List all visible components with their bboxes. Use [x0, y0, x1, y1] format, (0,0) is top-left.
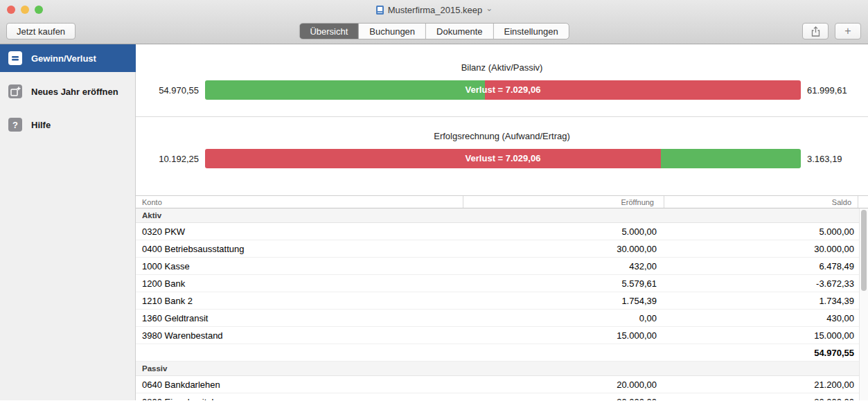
section-header-aktiv: Aktiv: [136, 208, 859, 223]
saldo-cell: 30.000,00: [664, 240, 859, 257]
add-button[interactable]: +: [835, 23, 861, 39]
share-icon: [811, 26, 820, 37]
table-row[interactable]: 0800 Eigenkapital30.000,0030.000,00: [136, 393, 859, 400]
table-row[interactable]: 0400 Betriebsausstattung30.000,0030.000,…: [136, 240, 859, 258]
chart-bar-row: 10.192,25 Verlust = 7.029,06 3.163,19: [136, 149, 868, 168]
tab-dokumente[interactable]: Dokumente: [426, 24, 493, 39]
window-title: Musterfirma_2015.keep: [388, 5, 483, 15]
sidebar-item-hilfe[interactable]: ?Hilfe: [0, 111, 135, 139]
chart-bilanz: Bilanz (Aktiv/Passiv) 54.970,55 Verlust …: [136, 62, 868, 100]
eroeffnung-cell: [463, 344, 664, 361]
eroeffnung-cell: 432,00: [463, 258, 664, 274]
table-header: Konto Eröffnung Saldo: [136, 195, 868, 208]
window-chrome: Musterfirma_2015.keep ⌄ Jetzt kaufen Übe…: [0, 0, 868, 44]
bilanz-bar: Verlust = 7.029,06: [205, 80, 801, 100]
close-button[interactable]: [7, 6, 15, 14]
document-icon: [375, 5, 384, 15]
konto-cell: 0320 PKW: [136, 223, 463, 240]
eroeffnung-cell: 0,00: [463, 310, 664, 326]
saldo-cell: 1.734,39: [664, 292, 859, 309]
chart-right-value: 3.163,19: [801, 154, 868, 164]
saldo-cell: 5.000,00: [664, 223, 859, 240]
table-row[interactable]: 1210 Bank 21.754,391.734,39: [136, 292, 859, 310]
sidebar-item-label: Hilfe: [31, 120, 51, 130]
chart-erfolgsrechnung: Erfolgsrechnung (Aufwand/Ertrag) 10.192,…: [136, 131, 868, 168]
chart-bar-row: 54.970,55 Verlust = 7.029,06 61.999,61: [136, 80, 868, 100]
saldo-cell: 15.000,00: [664, 327, 859, 344]
konto-cell: 1210 Bank 2: [136, 292, 463, 309]
konto-cell: [136, 344, 463, 361]
column-header-konto[interactable]: Konto: [136, 198, 463, 206]
app-window: Musterfirma_2015.keep ⌄ Jetzt kaufen Übe…: [0, 0, 868, 401]
table-row[interactable]: 0320 PKW5.000,005.000,00: [136, 223, 859, 240]
chevron-down-icon[interactable]: ⌄: [486, 5, 493, 12]
table-row[interactable]: 0640 Bankdarlehen20.000,0021.200,00: [136, 376, 859, 393]
saldo-cell: 430,00: [664, 310, 859, 326]
section-total-row: 54.970,55: [136, 344, 859, 362]
chart-title: Bilanz (Aktiv/Passiv): [136, 62, 868, 73]
buy-button[interactable]: Jetzt kaufen: [6, 23, 76, 39]
saldo-cell: 6.478,49: [664, 258, 859, 274]
svg-text:?: ?: [12, 120, 18, 130]
view-tabs: ÜbersichtBuchungenDokumenteEinstellungen: [299, 23, 569, 39]
eroeffnung-cell: 5.000,00: [463, 223, 664, 240]
eroeffnung-cell: 30.000,00: [463, 393, 664, 400]
konto-cell: 0800 Eigenkapital: [136, 393, 463, 400]
table-row[interactable]: 1000 Kasse432,006.478,49: [136, 258, 859, 275]
tab-buchungen[interactable]: Buchungen: [359, 24, 426, 39]
help-icon: ?: [8, 118, 22, 132]
titlebar: Musterfirma_2015.keep ⌄: [0, 0, 868, 19]
eroeffnung-cell: 5.579,61: [463, 275, 664, 292]
table-row[interactable]: 1200 Bank5.579,61-3.672,33: [136, 275, 859, 292]
bar-loss-label: Verlust = 7.029,06: [205, 80, 801, 100]
sidebar-item-gewinn-verlust[interactable]: Gewinn/Verlust: [0, 44, 136, 72]
column-header-spacer: [858, 196, 868, 208]
zoom-button[interactable]: [35, 6, 43, 14]
table-body: Aktiv0320 PKW5.000,005.000,000400 Betrie…: [136, 208, 859, 400]
list-icon: [8, 51, 22, 65]
konto-cell: 0640 Bankdarlehen: [136, 376, 463, 393]
sidebar-item-label: Gewinn/Verlust: [31, 53, 96, 64]
chart-left-value: 54.970,55: [136, 85, 205, 96]
konto-cell: 1000 Kasse: [136, 258, 463, 274]
tab-einstellungen[interactable]: Einstellungen: [494, 24, 569, 39]
table-row[interactable]: 3980 Warenbestand15.000,0015.000,00: [136, 327, 859, 344]
konto-cell: 3980 Warenbestand: [136, 327, 463, 344]
saldo-cell: 21.200,00: [664, 376, 859, 393]
content-pane: Bilanz (Aktiv/Passiv) 54.970,55 Verlust …: [136, 44, 868, 400]
table-row[interactable]: 1360 Geldtransit0,00430,00: [136, 310, 859, 327]
share-button[interactable]: [802, 23, 829, 39]
sidebar: Gewinn/VerlustNeues Jahr eröffnen?Hilfe: [0, 44, 136, 400]
total-saldo-cell: 54.970,55: [664, 344, 859, 361]
bar-loss-label: Verlust = 7.029,06: [205, 149, 801, 168]
column-header-saldo[interactable]: Saldo: [664, 196, 858, 208]
scrollbar-thumb[interactable]: [861, 210, 867, 291]
toolbar-right-buttons: +: [802, 23, 861, 39]
sidebar-item-neues-jahr-eröffnen[interactable]: Neues Jahr eröffnen: [0, 78, 135, 105]
konto-cell: 0400 Betriebsausstattung: [136, 240, 463, 257]
eroeffnung-cell: 15.000,00: [463, 327, 664, 344]
accounts-table: Konto Eröffnung Saldo Aktiv0320 PKW5.000…: [136, 195, 868, 400]
chart-left-value: 10.192,25: [136, 154, 205, 164]
section-divider: [136, 116, 868, 117]
chart-title: Erfolgsrechnung (Aufwand/Ertrag): [136, 131, 868, 142]
eroeffnung-cell: 1.754,39: [463, 292, 664, 309]
konto-cell: 1360 Geldtransit: [136, 310, 463, 326]
vertical-scrollbar[interactable]: [859, 208, 868, 400]
traffic-lights: [7, 6, 43, 14]
saldo-cell: 30.000,00: [664, 393, 859, 400]
saldo-cell: -3.672,33: [664, 275, 859, 292]
eroeffnung-cell: 20.000,00: [463, 376, 664, 393]
toolbar: Jetzt kaufen ÜbersichtBuchungenDokumente…: [0, 23, 868, 39]
section-header-passiv: Passiv: [136, 362, 859, 376]
eroeffnung-cell: 30.000,00: [463, 240, 664, 257]
chart-right-value: 61.999,61: [801, 85, 868, 96]
new-year-icon: [8, 84, 22, 98]
tab-übersicht[interactable]: Übersicht: [299, 24, 359, 39]
main-area: Gewinn/VerlustNeues Jahr eröffnen?Hilfe …: [0, 44, 868, 400]
plus-icon: +: [844, 26, 851, 37]
erfolgsrechnung-bar: Verlust = 7.029,06: [205, 149, 801, 168]
sidebar-item-label: Neues Jahr eröffnen: [31, 87, 118, 97]
minimize-button[interactable]: [21, 6, 29, 14]
column-header-eroeffnung[interactable]: Eröffnung: [463, 196, 664, 208]
